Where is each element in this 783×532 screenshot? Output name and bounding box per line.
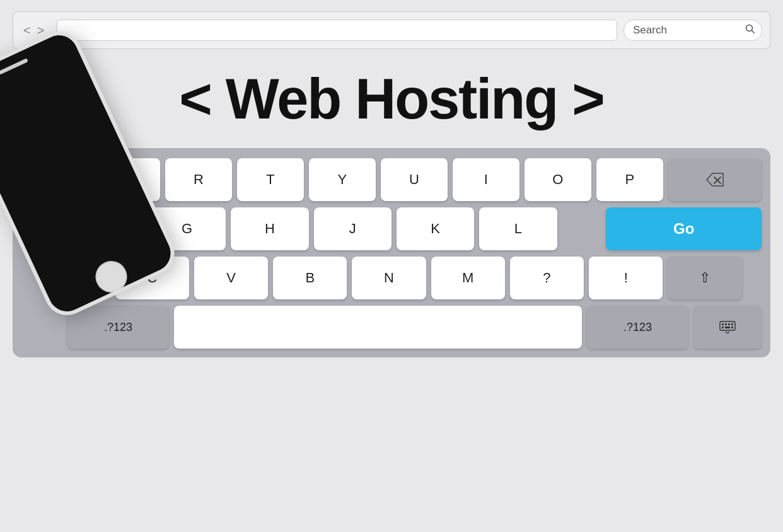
keyboard-row-4: .?123 .?123 bbox=[21, 306, 762, 349]
svg-line-1 bbox=[752, 31, 755, 33]
key-i[interactable]: I bbox=[453, 158, 519, 201]
svg-rect-4 bbox=[720, 321, 735, 330]
key-u[interactable]: U bbox=[381, 158, 448, 201]
key-r[interactable]: R bbox=[165, 158, 232, 201]
svg-rect-6 bbox=[725, 323, 727, 325]
browser-bar: < > Search bbox=[13, 11, 770, 49]
search-icon bbox=[745, 24, 755, 37]
key-y[interactable]: Y bbox=[309, 158, 376, 201]
key-backspace[interactable] bbox=[668, 158, 762, 201]
key-numeric[interactable]: .?123 bbox=[67, 306, 170, 349]
key-go[interactable]: Go bbox=[606, 207, 762, 250]
key-l[interactable]: L bbox=[479, 207, 557, 250]
key-b[interactable]: B bbox=[273, 257, 347, 299]
search-label: Search bbox=[633, 24, 667, 37]
key-v[interactable]: V bbox=[194, 257, 268, 299]
back-button[interactable]: < bbox=[21, 23, 33, 38]
search-bar[interactable]: Search bbox=[624, 20, 762, 41]
svg-rect-7 bbox=[728, 323, 730, 325]
keyboard-container: C E R T Y U I O P F G H J K L Go C V B bbox=[13, 148, 770, 357]
key-p[interactable]: P bbox=[596, 158, 663, 201]
key-m[interactable]: M bbox=[431, 257, 505, 299]
key-keyboard-icon[interactable] bbox=[693, 306, 762, 349]
url-bar[interactable] bbox=[57, 20, 617, 41]
key-spacebar[interactable] bbox=[174, 306, 581, 349]
page-title: < Web Hosting > bbox=[179, 68, 603, 130]
svg-rect-10 bbox=[725, 327, 730, 328]
key-t[interactable]: T bbox=[237, 158, 304, 201]
key-o[interactable]: O bbox=[525, 158, 591, 201]
key-k[interactable]: K bbox=[397, 207, 474, 250]
svg-rect-11 bbox=[731, 327, 733, 328]
svg-rect-8 bbox=[731, 323, 733, 325]
nav-buttons: < > bbox=[21, 23, 47, 38]
key-j[interactable]: J bbox=[314, 207, 392, 250]
svg-rect-9 bbox=[722, 327, 724, 328]
key-numeric-right[interactable]: .?123 bbox=[587, 306, 689, 349]
key-n[interactable]: N bbox=[352, 257, 426, 299]
key-exclaim[interactable]: ! bbox=[589, 257, 663, 299]
key-shift[interactable]: ⇧ bbox=[668, 257, 741, 299]
key-h[interactable]: H bbox=[231, 207, 308, 250]
svg-rect-5 bbox=[722, 323, 724, 325]
key-question[interactable]: ? bbox=[510, 257, 584, 299]
